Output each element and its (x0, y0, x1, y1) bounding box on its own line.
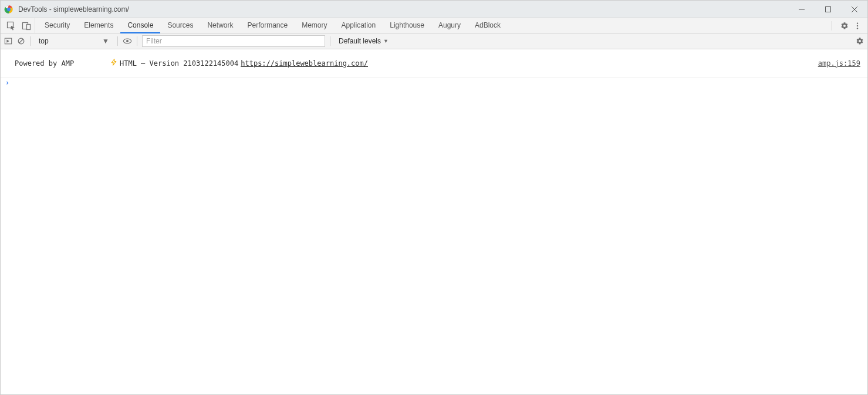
svg-point-13 (857, 28, 858, 29)
tab-label: AdBlock (475, 21, 501, 29)
tab-label: Elements (84, 21, 113, 29)
log-text-mid: HTML – Version 2103122145004 (120, 59, 238, 67)
settings-icon[interactable] (840, 22, 849, 30)
tab-label: Performance (247, 21, 288, 29)
tab-sources[interactable]: Sources (160, 18, 200, 33)
maximize-button[interactable] (815, 1, 841, 18)
levels-label: Default levels (339, 37, 381, 45)
prompt-chevron-icon: › (5, 79, 9, 87)
execution-context-selector[interactable]: top ▼ (35, 37, 113, 45)
filter-input[interactable] (142, 35, 325, 47)
tab-adblock[interactable]: AdBlock (468, 18, 508, 33)
log-source-link[interactable]: amp.js:159 (818, 59, 863, 67)
tab-lighthouse[interactable]: Lighthouse (383, 18, 431, 33)
console-settings-icon[interactable] (856, 37, 864, 45)
console-prompt[interactable]: › (1, 77, 867, 88)
tab-label: Security (45, 21, 70, 29)
context-label: top (39, 37, 49, 45)
tab-label: Memory (302, 21, 327, 29)
svg-rect-5 (825, 6, 830, 12)
tab-memory[interactable]: Memory (295, 18, 334, 33)
tab-label: Lighthouse (390, 21, 424, 29)
svg-rect-10 (27, 24, 31, 29)
svg-line-16 (19, 39, 23, 43)
svg-point-18 (126, 40, 129, 42)
more-icon[interactable] (853, 22, 862, 30)
tab-label: Augury (438, 21, 461, 29)
lightning-icon (76, 50, 117, 76)
close-button[interactable] (841, 1, 867, 18)
tab-elements[interactable]: Elements (77, 18, 120, 33)
toggle-sidebar-icon[interactable] (4, 37, 12, 45)
console-message: Powered by AMP HTML – Version 2103122145… (1, 49, 867, 77)
tab-label: Application (342, 21, 376, 29)
console-toolbar: top ▼ Default levels ▼ (1, 33, 867, 49)
svg-point-12 (857, 25, 858, 26)
tab-network[interactable]: Network (200, 18, 240, 33)
devtools-tabstrip: SecurityElementsConsoleSourcesNetworkPer… (1, 18, 867, 33)
tab-console[interactable]: Console (120, 18, 160, 33)
log-url-link[interactable]: https://simpleweblearning.com/ (241, 59, 368, 67)
tab-security[interactable]: Security (38, 18, 77, 33)
chevron-down-icon: ▼ (383, 38, 389, 44)
tab-application[interactable]: Application (335, 18, 383, 33)
chrome-icon (4, 5, 13, 14)
device-toggle-icon[interactable] (22, 21, 31, 31)
inspect-element-icon[interactable] (6, 21, 16, 31)
tab-label: Network (207, 21, 233, 29)
clear-console-icon[interactable] (17, 37, 25, 45)
tab-label: Console (127, 21, 153, 29)
log-text-prefix: Powered by AMP (15, 59, 74, 67)
window-title: DevTools - simpleweblearning.com/ (18, 5, 129, 13)
live-expression-icon[interactable] (123, 37, 132, 45)
minimize-button[interactable] (788, 1, 815, 18)
log-levels-selector[interactable]: Default levels ▼ (339, 37, 389, 45)
window-titlebar: DevTools - simpleweblearning.com/ (1, 1, 867, 18)
chevron-down-icon: ▼ (102, 37, 109, 45)
tab-augury[interactable]: Augury (431, 18, 468, 33)
console-output: Powered by AMP HTML – Version 2103122145… (1, 49, 867, 88)
tab-performance[interactable]: Performance (240, 18, 295, 33)
svg-point-11 (857, 22, 858, 23)
tab-label: Sources (167, 21, 193, 29)
